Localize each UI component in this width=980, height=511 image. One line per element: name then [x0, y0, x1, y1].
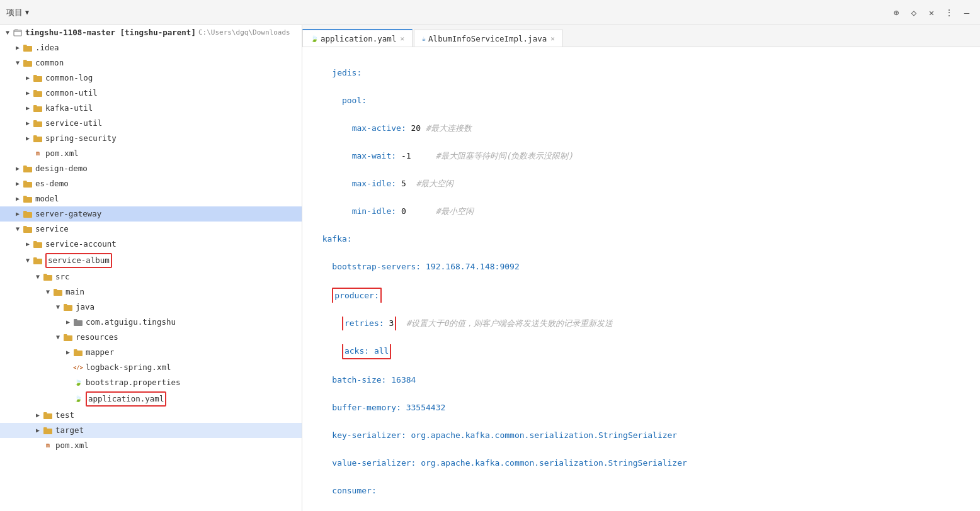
tree-item-logback[interactable]: ▶ </> logback-spring.xml [0, 360, 302, 375]
arrow-es-demo: ▶ [13, 179, 23, 189]
tree-item-pom-album[interactable]: ▶ m pom.xml [0, 438, 302, 453]
tree-item-pom-common[interactable]: ▶ m pom.xml [0, 146, 302, 161]
label-common-log: common-log [45, 72, 93, 84]
toolbar-icons: ⊕ ◇ ✕ ⋮ — [889, 6, 974, 20]
tree-item-main[interactable]: ▼ main [0, 284, 302, 300]
label-src: src [55, 271, 70, 283]
line-kafka: kafka: [312, 232, 970, 246]
line-max-wait: max-wait: -1 #最大阻塞等待时间(负数表示没限制) [312, 149, 970, 163]
svg-rect-0 [14, 30, 21, 36]
line-max-active: max-active: 20 #最大连接数 [312, 121, 970, 135]
label-application-yaml: application.yaml [86, 391, 166, 407]
tree-item-model[interactable]: ▶ model [0, 191, 302, 206]
tree-item-server-gateway[interactable]: ▶ server-gateway [0, 206, 302, 222]
folder-icon-idea [23, 43, 33, 53]
root-path: C:\Users\dgq\Downloads [198, 26, 290, 39]
tree-item-design-demo[interactable]: ▶ design-demo [0, 161, 302, 176]
line-bootstrap-servers: bootstrap-servers: 192.168.74.148:9092 [312, 260, 970, 274]
tree-item-service-account[interactable]: ▶ service-account [0, 237, 302, 252]
tab-albuminfo-java[interactable]: ☕ AlbumInfoServiceImpl.java ✕ [414, 30, 563, 47]
tree-item-spring-security[interactable]: ▶ spring-security [0, 131, 302, 146]
folder-icon-common-log [33, 73, 43, 83]
line-consumer: consumer: [312, 484, 970, 498]
folder-icon-common [23, 58, 33, 68]
tab-java-close[interactable]: ✕ [550, 35, 555, 43]
tree-item-service-album[interactable]: ▼ service-album [0, 252, 302, 269]
folder-icon-mapper [73, 347, 83, 357]
props-icon-bootstrap: 🍃 [73, 378, 83, 388]
label-common: common [35, 57, 64, 69]
label-test: test [55, 409, 74, 422]
arrow-main: ▼ [43, 287, 53, 297]
label-service-account: service-account [45, 238, 117, 250]
root-folder-icon [13, 28, 23, 38]
folder-icon-resources [63, 332, 73, 342]
label-common-util: common-util [45, 87, 98, 99]
arrow-root: ▼ [3, 28, 13, 38]
tree-item-bootstrap-props[interactable]: ▶ 🍃 bootstrap.properties [0, 375, 302, 390]
tab-application-yaml[interactable]: 🍃 application.yaml ✕ [302, 29, 413, 47]
tree-item-src[interactable]: ▼ src [0, 269, 302, 284]
tree-item-idea[interactable]: ▶ .idea [0, 40, 302, 55]
minimize-icon[interactable]: — [960, 6, 974, 20]
tree-item-mapper[interactable]: ▶ mapper [0, 345, 302, 360]
tree-item-resources[interactable]: ▼ resources [0, 330, 302, 345]
folder-icon-es-demo [23, 179, 33, 189]
label-server-gateway: server-gateway [35, 208, 101, 220]
arrow-mapper: ▶ [63, 347, 73, 357]
editor-content: jedis: pool: max-active: 20 #最大连接数 max-w… [302, 52, 980, 511]
tree-item-common-log[interactable]: ▶ common-log [0, 70, 302, 86]
tree-item-service[interactable]: ▼ service [0, 222, 302, 237]
label-pom-common: pom.xml [45, 147, 79, 160]
label-java: java [76, 301, 94, 313]
yaml-icon-application: 🍃 [73, 394, 83, 404]
folder-icon-com-atguigu [73, 317, 83, 327]
label-service-util: service-util [45, 117, 102, 130]
tree-item-es-demo[interactable]: ▶ es-demo [0, 176, 302, 191]
folder-icon-src [43, 272, 53, 282]
tree-item-application-yaml[interactable]: ▶ 🍃 application.yaml [0, 390, 302, 408]
arrow-spring-security: ▶ [23, 133, 33, 143]
label-mapper: mapper [86, 346, 114, 359]
label-service: service [35, 223, 69, 235]
label-target: target [55, 424, 84, 437]
add-icon[interactable]: ⊕ [889, 6, 903, 20]
label-logback: logback-spring.xml [86, 361, 171, 374]
project-menu[interactable]: 项目 ▼ [6, 7, 29, 18]
refresh-icon[interactable]: ◇ [907, 6, 921, 20]
top-bar: 项目 ▼ ⊕ ◇ ✕ ⋮ — [0, 0, 980, 25]
tree-item-root[interactable]: ▼ tingshu-1108-master [tingshu-parent] C… [0, 25, 302, 40]
editor-area[interactable]: jedis: pool: max-active: 20 #最大连接数 max-w… [302, 47, 980, 511]
project-dropdown-icon[interactable]: ▼ [25, 9, 29, 16]
tree-item-service-util[interactable]: ▶ service-util [0, 116, 302, 131]
line-acks: acks: all [312, 344, 970, 359]
folder-icon-service-account [33, 239, 43, 249]
tree-item-com-atguigu[interactable]: ▶ com.atguigu.tingshu [0, 315, 302, 330]
arrow-design-demo: ▶ [13, 164, 23, 174]
folder-icon-model [23, 194, 33, 204]
tree-item-test[interactable]: ▶ test [0, 408, 302, 423]
folder-icon-main [53, 287, 63, 297]
label-spring-security: spring-security [45, 132, 117, 145]
arrow-kafka-util: ▶ [23, 103, 33, 113]
folder-icon-service-util [33, 118, 43, 128]
line-producer: producer: [312, 288, 970, 303]
arrow-common: ▼ [13, 58, 23, 68]
arrow-service-account: ▶ [23, 239, 33, 249]
tree-item-java[interactable]: ▼ java [0, 300, 302, 315]
folder-icon-java [63, 302, 73, 312]
tabs-bar: 🍃 application.yaml ✕ ☕ AlbumInfoServiceI… [302, 25, 980, 47]
close-icon[interactable]: ✕ [925, 6, 938, 20]
line-max-idle: max-idle: 5 #最大空闲 [312, 177, 970, 191]
folder-icon-design-demo [23, 164, 33, 174]
tab-yaml-close[interactable]: ✕ [400, 35, 404, 43]
tree-item-common[interactable]: ▼ common [0, 55, 302, 70]
folder-icon-service-album [33, 256, 43, 266]
arrow-model: ▶ [13, 194, 23, 204]
tree-item-target[interactable]: ▶ target [0, 423, 302, 438]
folder-icon-spring-security [33, 133, 43, 143]
tree-item-common-util[interactable]: ▶ common-util [0, 86, 302, 101]
tree-item-kafka-util[interactable]: ▶ kafka-util [0, 101, 302, 116]
more-icon[interactable]: ⋮ [942, 6, 956, 20]
line-min-idle: min-idle: 0 #最小空闲 [312, 205, 970, 218]
